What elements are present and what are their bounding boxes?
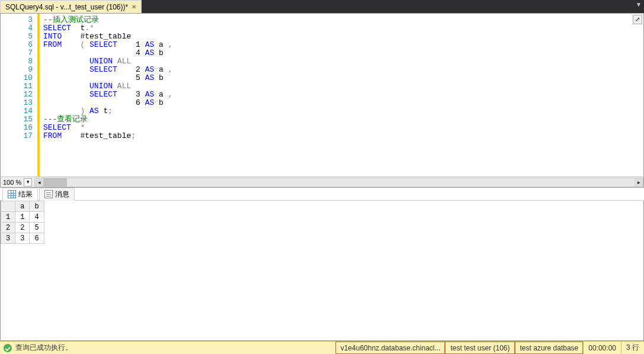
line-number: 7 — [1, 49, 33, 57]
column-header[interactable] — [1, 201, 15, 212]
row-header[interactable]: 3 — [1, 233, 15, 244]
line-number: 5 — [1, 33, 33, 41]
code-line: 5 AS b — [43, 74, 643, 82]
cell[interactable]: 5 — [30, 223, 44, 233]
zoom-dropdown[interactable]: ▾ — [24, 178, 32, 186]
sql-editor: 34567891011121314151617 --插入测试记录SELECT t… — [0, 13, 644, 188]
line-number: 12 — [1, 91, 33, 99]
code-line: SELECT * — [43, 124, 643, 132]
code-line: ---查看记录 — [43, 115, 643, 124]
row-header[interactable]: 2 — [1, 223, 15, 233]
code-line: UNION ALL — [43, 82, 643, 91]
status-database: test azure datbase — [515, 342, 584, 354]
row-header[interactable]: 1 — [1, 212, 15, 223]
line-number: 8 — [1, 57, 33, 66]
code-line: --插入测试记录 — [43, 16, 643, 24]
tab-bar: SQLQuery4.sql - v...t_test_user (106))* … — [0, 0, 644, 13]
code-line: UNION ALL — [43, 57, 643, 66]
scroll-left-arrow[interactable]: ◂ — [35, 178, 43, 186]
editor-footer: 100 % ▾ ◂ ▸ — [1, 176, 643, 187]
results-grid[interactable]: ab114225336 — [0, 201, 644, 341]
table-row[interactable]: 114 — [1, 212, 44, 223]
code-line: FROM #test_table; — [43, 132, 643, 140]
tab-results-label: 结果 — [18, 189, 33, 199]
scroll-thumb[interactable] — [43, 178, 67, 186]
code-line: 6 AS b — [43, 99, 643, 107]
code-line: ) AS t; — [43, 107, 643, 115]
code-line: 4 AS b — [43, 49, 643, 57]
cell[interactable]: 6 — [30, 233, 44, 244]
line-number: 16 — [1, 124, 33, 132]
column-header[interactable]: b — [30, 201, 44, 212]
zoom-level: 100 % — [1, 179, 24, 186]
status-rowcount: 3 行 — [621, 342, 644, 354]
success-icon — [4, 344, 12, 352]
line-number: 14 — [1, 107, 33, 115]
line-number: 9 — [1, 66, 33, 74]
table-row[interactable]: 225 — [1, 223, 44, 233]
results-tab-bar: 结果 消息 — [0, 188, 644, 201]
line-number: 4 — [1, 24, 33, 33]
tab-results[interactable]: 结果 — [2, 188, 38, 201]
editor-tab[interactable]: SQLQuery4.sql - v...t_test_user (106))* … — [0, 0, 142, 13]
code-line: FROM ( SELECT 1 AS a , — [43, 41, 643, 49]
line-number: 6 — [1, 41, 33, 49]
column-header[interactable]: a — [15, 201, 30, 212]
table-row[interactable]: 336 — [1, 233, 44, 244]
line-number: 11 — [1, 82, 33, 91]
results-table: ab114225336 — [1, 201, 44, 244]
status-message: 查询已成功执行。 — [15, 343, 72, 353]
status-elapsed: 00:00:00 — [583, 342, 621, 354]
scroll-right-arrow[interactable]: ▸ — [635, 178, 643, 186]
tab-messages[interactable]: 消息 — [39, 188, 75, 201]
messages-icon — [44, 190, 53, 198]
line-number: 17 — [1, 132, 33, 140]
cell[interactable]: 3 — [15, 233, 30, 244]
status-user: test test user (106) — [445, 342, 514, 354]
line-number: 10 — [1, 74, 33, 82]
code-area[interactable]: --插入测试记录SELECT t.*INTO #test_tableFROM (… — [40, 14, 643, 176]
close-icon[interactable]: ✕ — [132, 4, 136, 10]
grid-icon — [8, 190, 16, 198]
horizontal-scrollbar[interactable]: ◂ ▸ — [34, 178, 643, 187]
code-line: INTO #test_table — [43, 33, 643, 41]
line-number: 15 — [1, 115, 33, 124]
status-bar: 查询已成功执行。 v1e4u60hnz.database.chinacl... … — [0, 341, 644, 354]
expand-collapse-icon[interactable]: ⤢ — [633, 15, 642, 24]
line-number: 13 — [1, 99, 33, 107]
line-number: 3 — [1, 16, 33, 24]
tab-overflow-dropdown[interactable]: ▼ — [636, 1, 642, 8]
status-server: v1e4u60hnz.database.chinacl... — [335, 342, 446, 354]
code-line: SELECT t.* — [43, 24, 643, 33]
cell[interactable]: 2 — [15, 223, 30, 233]
line-number-gutter: 34567891011121314151617 — [1, 14, 37, 176]
editor-tab-title: SQLQuery4.sql - v...t_test_user (106))* — [5, 3, 128, 11]
code-line: SELECT 3 AS a , — [43, 91, 643, 99]
cell[interactable]: 1 — [15, 212, 30, 223]
cell[interactable]: 4 — [30, 212, 44, 223]
tab-messages-label: 消息 — [55, 189, 69, 199]
code-line: SELECT 2 AS a , — [43, 66, 643, 74]
